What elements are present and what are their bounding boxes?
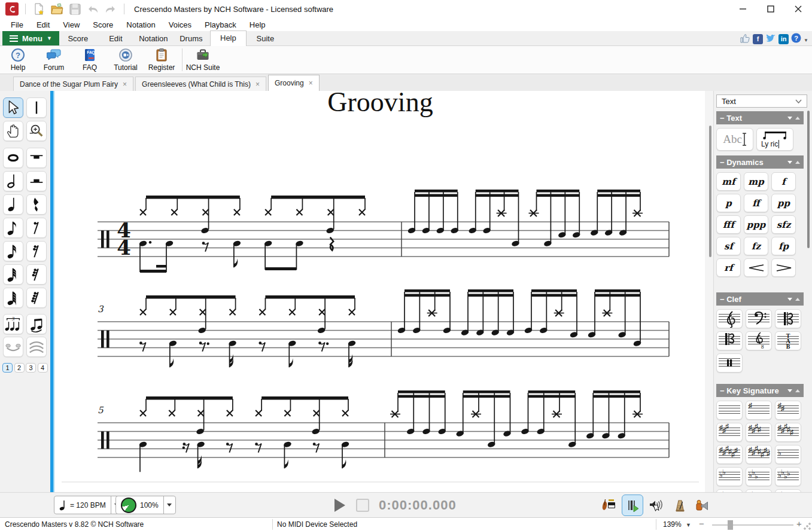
menu-voices[interactable]: Voices xyxy=(163,19,197,30)
dynamic-fff-button[interactable]: fff xyxy=(716,215,741,234)
instruments-button[interactable] xyxy=(598,495,620,516)
ribbon-tab-help[interactable]: Help xyxy=(210,30,247,46)
metronome-button[interactable] xyxy=(668,495,690,516)
clef-tenor-button[interactable] xyxy=(716,331,743,350)
dynamic-fz-button[interactable]: fz xyxy=(744,237,768,255)
facebook-icon[interactable]: f xyxy=(753,34,763,44)
dynamic-sfz-button[interactable]: sfz xyxy=(771,215,796,234)
menu-button[interactable]: Menu ▼ xyxy=(2,31,59,45)
clef-treble-button[interactable] xyxy=(716,309,743,328)
voice-3-button[interactable]: 3 xyxy=(26,363,36,373)
panel-move-down-icon[interactable] xyxy=(787,161,792,164)
key-signature-2-flat-button[interactable]: ♭♭ xyxy=(716,467,743,486)
sidebar-scrollbar-thumb[interactable] xyxy=(807,111,810,248)
save-icon[interactable] xyxy=(68,2,82,16)
dynamic-sf-button[interactable]: sf xyxy=(716,237,741,255)
panel-move-up-icon[interactable] xyxy=(795,389,800,392)
key-signature-6-sharp-button[interactable]: ♯♯♯♯♯♯ xyxy=(716,445,743,464)
key-signature-5-sharp-button[interactable]: ♯♯♯♯♯ xyxy=(775,423,801,442)
clef-tab-button[interactable]: TAB xyxy=(775,331,801,350)
like-icon[interactable] xyxy=(740,33,750,45)
redo-icon[interactable] xyxy=(104,2,118,16)
close-tab-icon[interactable]: × xyxy=(309,79,313,87)
dynamic-ppp-button[interactable]: ppp xyxy=(744,215,768,234)
faq-button[interactable]: FAQFAQ xyxy=(72,47,108,73)
menu-playback[interactable]: Playback xyxy=(199,19,242,30)
zoom-out-button[interactable]: − xyxy=(699,518,704,529)
menu-edit[interactable]: Edit xyxy=(31,19,56,30)
menu-view[interactable]: View xyxy=(57,19,86,30)
speed-dropdown-arrow[interactable] xyxy=(163,496,175,514)
score-canvas[interactable]: Grooving 4435 xyxy=(56,91,705,492)
key-signature-0-natural-button[interactable] xyxy=(716,401,743,420)
thirty-second-rest-button[interactable] xyxy=(26,264,47,285)
dynamic-mp-button[interactable]: mp xyxy=(744,172,768,191)
panel-move-up-icon[interactable] xyxy=(795,161,800,164)
sixteenth-rest-button[interactable] xyxy=(26,241,47,261)
ribbon-tab-edit[interactable]: Edit xyxy=(97,32,135,45)
dynamic-rf-button[interactable]: rf xyxy=(716,258,741,277)
stop-button[interactable] xyxy=(356,499,369,512)
voice-1-button[interactable]: 1 xyxy=(2,363,13,373)
tie-tool-button[interactable] xyxy=(3,337,23,357)
help-icon[interactable]: ? xyxy=(791,33,801,45)
half-rest-button[interactable] xyxy=(26,171,47,191)
register-button[interactable]: Register xyxy=(144,47,180,73)
zoom-slider-track[interactable] xyxy=(712,524,793,526)
help-button[interactable]: ?Help xyxy=(0,47,36,73)
clef-percussion-button[interactable] xyxy=(716,353,743,373)
playback-marker-button[interactable] xyxy=(622,495,643,516)
key-signature-1-sharp-button[interactable]: ♯ xyxy=(746,401,772,420)
panel-move-down-icon[interactable] xyxy=(787,298,792,301)
panel-move-up-icon[interactable] xyxy=(795,298,800,301)
voice-4-button[interactable]: 4 xyxy=(38,363,48,373)
panel-move-down-icon[interactable] xyxy=(787,117,792,120)
voice-2-button[interactable]: 2 xyxy=(14,363,25,373)
dynamic-p-button[interactable]: p xyxy=(716,194,741,212)
lyric-tool-button[interactable]: Ly ric xyxy=(756,128,793,151)
menu-file[interactable]: File xyxy=(5,19,29,30)
menu-notation[interactable]: Notation xyxy=(120,19,161,30)
eighth-rest-button[interactable] xyxy=(26,218,47,238)
resize-grip[interactable] xyxy=(803,522,811,530)
zoom-slider-thumb[interactable] xyxy=(728,520,733,530)
dynamic-pp-button[interactable]: pp xyxy=(771,194,796,212)
play-at-click-button[interactable] xyxy=(645,495,667,516)
ribbon-tab-score[interactable]: Score xyxy=(59,32,97,45)
half-note-button[interactable] xyxy=(3,171,23,191)
tempo-combo[interactable]: = 120 BPM xyxy=(54,496,123,514)
key-signature-panel-header[interactable]: − Key Signature xyxy=(716,384,804,397)
zoom-caret-icon[interactable]: ▼ xyxy=(686,522,691,528)
score-scrollbar[interactable] xyxy=(705,91,713,492)
clef-bass-button[interactable] xyxy=(746,309,772,328)
text-panel-header[interactable]: − Text xyxy=(716,111,804,124)
quarter-note-button[interactable] xyxy=(3,194,23,215)
dynamic-ff-button[interactable]: ff xyxy=(744,194,768,212)
play-button[interactable] xyxy=(331,498,348,513)
menu-score[interactable]: Score xyxy=(87,19,119,30)
dynamic-decrescendo-button[interactable] xyxy=(771,258,796,277)
twitter-icon[interactable] xyxy=(765,33,776,45)
ribbon-tab-drums[interactable]: Drums xyxy=(172,32,210,45)
close-tab-icon[interactable]: × xyxy=(123,80,127,89)
ribbon-overflow-caret[interactable]: ▼ xyxy=(804,35,808,44)
clef-treble-8-button[interactable]: 8 xyxy=(746,331,772,350)
dynamic-crescendo-button[interactable] xyxy=(744,258,768,277)
pan-tool-button[interactable] xyxy=(3,121,23,141)
new-file-icon[interactable] xyxy=(32,2,46,16)
ribbon-tab-suite[interactable]: Suite xyxy=(247,32,284,45)
undo-icon[interactable] xyxy=(86,2,100,16)
ribbon-tab-notation[interactable]: Notation xyxy=(135,32,172,45)
dynamic-fp-button[interactable]: fp xyxy=(771,237,796,255)
panel-move-up-icon[interactable] xyxy=(795,117,800,120)
close-tab-icon[interactable]: × xyxy=(256,80,260,89)
whole-note-button[interactable] xyxy=(3,148,23,168)
zoom-level[interactable]: 139% xyxy=(663,520,682,529)
barline-tool-button[interactable] xyxy=(26,97,47,118)
sixteenth-note-button[interactable] xyxy=(3,241,23,261)
doc-tab[interactable]: Greensleeves (What Child is This)× xyxy=(135,77,266,91)
key-signature-3-sharp-button[interactable]: ♯♯♯ xyxy=(716,423,743,442)
clef-panel-header[interactable]: − Clef xyxy=(716,292,804,306)
beam-tool-button[interactable] xyxy=(26,314,47,334)
doc-tab[interactable]: Dance of the Sugar Plum Fairy× xyxy=(13,77,133,91)
